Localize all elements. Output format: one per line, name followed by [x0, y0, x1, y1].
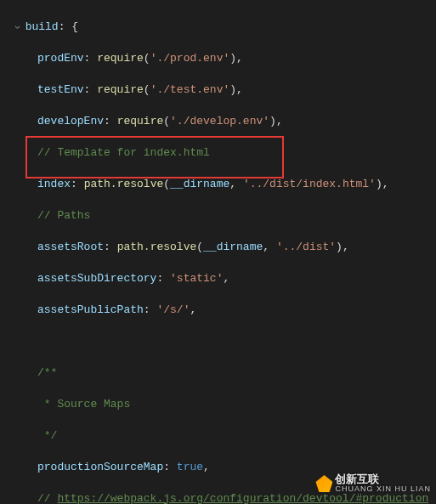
prop-assetsSubDirectory: assetsSubDirectory — [37, 272, 156, 285]
watermark: 创新互联 CHUANG XIN HU LIAN — [315, 473, 431, 494]
prop-developEnv: developEnv — [37, 115, 104, 127]
comment-sourcemaps-2: * Source Maps — [37, 398, 130, 411]
watermark-main: 创新互联 — [335, 473, 431, 485]
watermark-sub: CHUANG XIN HU LIAN — [335, 485, 431, 494]
comment-sourcemaps-3: */ — [37, 429, 57, 442]
prop-testEnv: testEnv — [37, 83, 84, 96]
comment-paths: // Paths — [37, 209, 90, 222]
comment-sourcemaps-1: /** — [37, 366, 57, 379]
code-editor[interactable]: › build: { prodEnv: require('./prod.env'… — [0, 0, 436, 504]
prop-build: build — [25, 20, 59, 33]
prop-productionSourceMap: productionSourceMap — [37, 461, 163, 473]
watermark-logo-icon — [315, 475, 332, 492]
prop-index: index — [37, 178, 71, 190]
comment-template: // Template for index.html — [37, 146, 210, 159]
prop-prodEnv: prodEnv — [37, 52, 84, 65]
fold-caret-icon[interactable]: › — [9, 24, 25, 31]
prop-assetsRoot: assetsRoot — [37, 241, 104, 253]
prop-assetsPublicPath: assetsPublicPath — [37, 303, 144, 316]
